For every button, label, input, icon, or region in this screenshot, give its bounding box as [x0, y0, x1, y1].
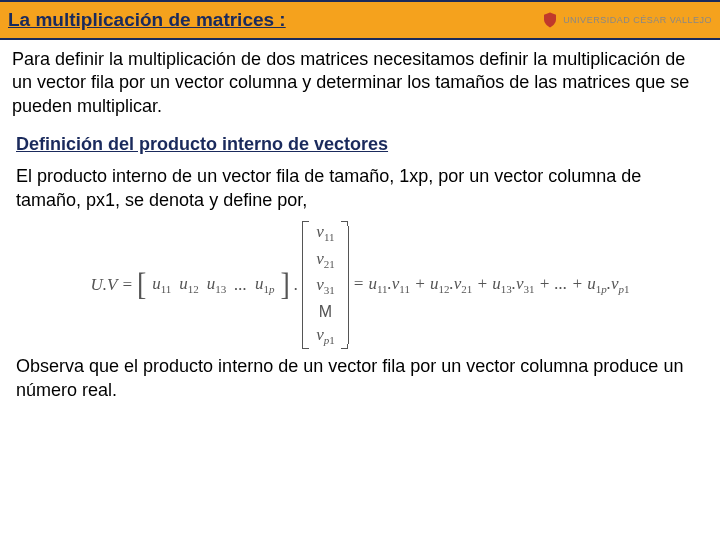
tall-left-bracket-icon [302, 221, 310, 349]
definition-text: El producto interno de un vector fila de… [16, 165, 704, 212]
row-entry: ... [234, 275, 247, 295]
row-entry: u12 [179, 274, 199, 295]
left-bracket-icon: [ [137, 269, 146, 300]
col-entry: v11 [316, 222, 334, 245]
dot-operator: . [294, 275, 298, 295]
university-logo: UNIVERSIDAD CÉSAR VALLEJO [541, 11, 712, 29]
row-entry: u13 [207, 274, 227, 295]
closing-text: Observa que el producto interno de un ve… [16, 355, 704, 402]
column-vector-wrap: v11 v21 v31 M vp1 [302, 218, 349, 352]
col-entry: v21 [316, 249, 335, 272]
column-vector: v11 v21 v31 M vp1 [310, 218, 341, 352]
tall-right-bracket-icon [341, 221, 349, 349]
matrix-formula: U.V = [ u11 u12 u13 ... u1p ] . v11 v21 … [91, 218, 630, 352]
row-entry: u11 [152, 274, 171, 295]
slide-header: La multiplicación de matrices : UNIVERSI… [0, 0, 720, 40]
intro-paragraph: Para definir la multiplicación de dos ma… [12, 48, 708, 118]
formula-container: U.V = [ u11 u12 u13 ... u1p ] . v11 v21 … [12, 218, 708, 352]
formula-rhs: = u11.v11 + u12.v21 + u13.v31 + ... + u1… [353, 274, 630, 295]
equals-sign: = [121, 275, 132, 295]
shield-icon [541, 11, 559, 29]
section-subheading: Definición del producto interno de vecto… [16, 134, 708, 155]
col-entry: vp1 [316, 325, 335, 348]
col-entry-ellipsis: M [319, 302, 332, 321]
formula-lhs: U.V [91, 275, 118, 295]
slide-content: Para definir la multiplicación de dos ma… [0, 40, 720, 402]
col-entry: v31 [316, 275, 335, 298]
right-bracket-icon: ] [281, 269, 290, 300]
slide-title: La multiplicación de matrices : [8, 9, 286, 31]
logo-text: UNIVERSIDAD CÉSAR VALLEJO [563, 15, 712, 25]
row-vector: u11 u12 u13 ... u1p [150, 274, 276, 295]
row-entry: u1p [255, 274, 275, 295]
